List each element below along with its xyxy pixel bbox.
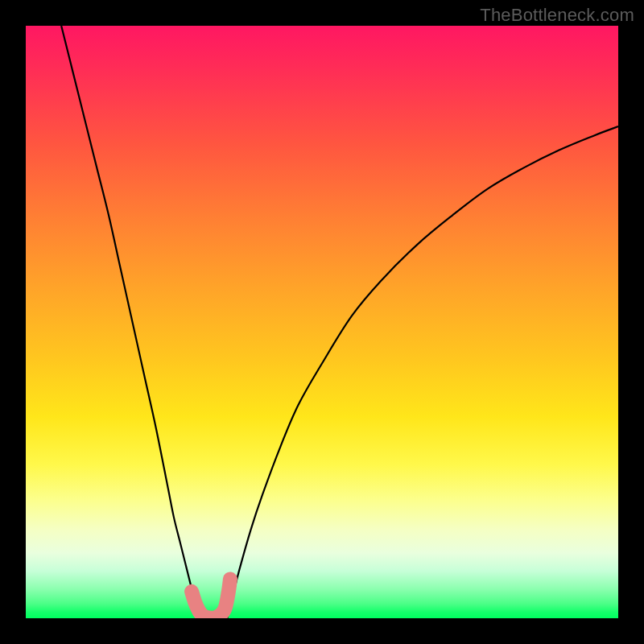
chart-frame: TheBottleneck.com — [0, 0, 644, 644]
right-branch-curve — [227, 126, 618, 618]
watermark-text: TheBottleneck.com — [480, 5, 634, 26]
bottom-marker-curve — [192, 579, 230, 617]
left-branch-curve — [61, 26, 199, 618]
plot-area — [26, 26, 618, 618]
curve-overlay — [26, 26, 618, 618]
